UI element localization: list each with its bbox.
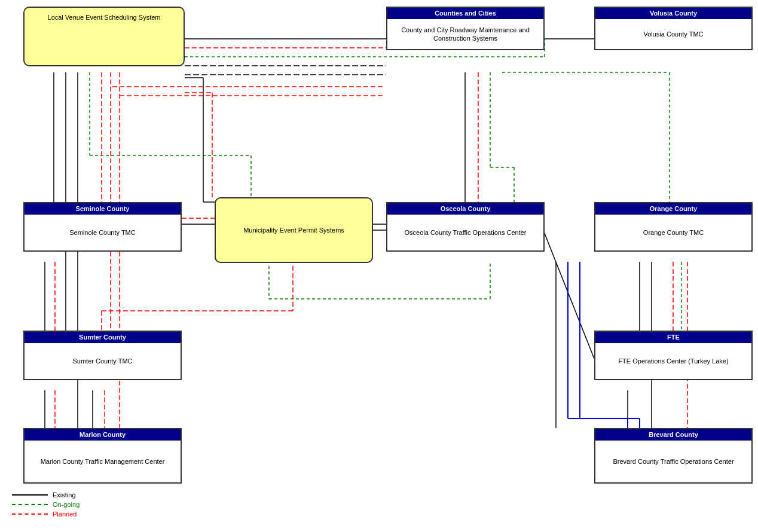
fte-body: FTE Operations Center (Turkey Lake) [595,343,751,379]
local-venue-label: Local Venue Event Scheduling System [48,14,161,21]
brevard-body: Brevard County Traffic Operations Center [595,441,751,482]
orange-body: Orange County TMC [595,215,751,250]
seminole-header: Seminole County [25,203,181,215]
legend-planned-label: Planned [53,510,77,518]
counties-cities-header: Counties and Cities [387,8,543,19]
fte-node: FTE FTE Operations Center (Turkey Lake) [594,331,753,380]
marion-body: Marion County Traffic Management Center [25,441,181,482]
sumter-node: Sumter County Sumter County TMC [23,331,182,380]
brevard-header: Brevard County [595,429,751,441]
legend: Existing On-going Planned [12,491,80,520]
volusia-body: Volusia County TMC [595,19,751,49]
legend-planned: Planned [12,510,80,518]
svg-line-10 [544,232,594,359]
legend-ongoing: On-going [12,501,80,508]
municipality-node: Municipality Event Permit Systems [215,197,373,263]
volusia-header: Volusia County [595,8,751,19]
counties-cities-node: Counties and Cities County and City Road… [386,7,545,50]
brevard-node: Brevard County Brevard County Traffic Op… [594,428,753,484]
legend-existing-label: Existing [53,491,76,499]
osceola-header: Osceola County [387,203,543,215]
legend-ongoing-label: On-going [53,501,80,508]
marion-header: Marion County [25,429,181,441]
legend-existing: Existing [12,491,80,499]
orange-header: Orange County [595,203,751,215]
local-venue-node: Local Venue Event Scheduling System [23,7,185,66]
orange-node: Orange County Orange County TMC [594,202,753,252]
diagram: Local Venue Event Scheduling System Coun… [0,0,758,532]
municipality-label: Municipality Event Permit Systems [243,227,344,234]
seminole-node: Seminole County Seminole County TMC [23,202,182,252]
volusia-node: Volusia County Volusia County TMC [594,7,753,50]
marion-node: Marion County Marion County Traffic Mana… [23,428,182,484]
counties-cities-body: County and City Roadway Maintenance and … [387,19,543,49]
seminole-body: Seminole County TMC [25,215,181,250]
osceola-body: Osceola County Traffic Operations Center [387,215,543,250]
sumter-body: Sumter County TMC [25,343,181,379]
osceola-node: Osceola County Osceola County Traffic Op… [386,202,545,252]
sumter-header: Sumter County [25,332,181,343]
fte-header: FTE [595,332,751,343]
